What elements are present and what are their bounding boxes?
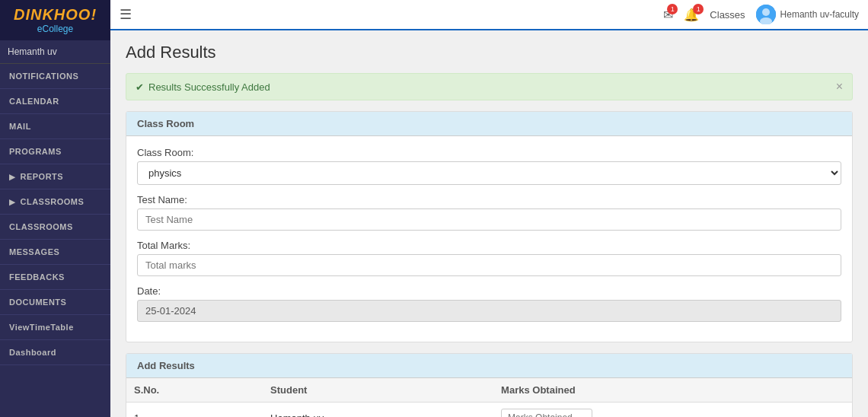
sidebar-item-messages[interactable]: MESSAGES bbox=[0, 240, 110, 265]
hamburger-icon[interactable]: ☰ bbox=[120, 6, 132, 23]
classroom-select[interactable]: physicsmathscience bbox=[137, 161, 841, 185]
mail-badge: 1 bbox=[667, 4, 678, 14]
date-input[interactable] bbox=[137, 300, 841, 322]
date-label: Date: bbox=[137, 285, 841, 297]
results-card-header: Add Results bbox=[126, 354, 852, 378]
col-sno: S.No. bbox=[126, 378, 263, 403]
results-table-wrap: S.No. Student Marks Obtained 1Hemanth uv bbox=[126, 378, 852, 417]
sidebar-user: Hemanth uv bbox=[0, 40, 110, 64]
sidebar-item-label: CLASSROOMS bbox=[21, 197, 85, 206]
svg-point-1 bbox=[762, 8, 770, 16]
classroom-card-body: Class Room: physicsmathscience Test Name… bbox=[126, 136, 852, 342]
alert-message-area: ✔ Results Successfully Added bbox=[136, 81, 270, 93]
notification-icon-wrap[interactable]: 🔔 1 bbox=[684, 8, 699, 22]
table-row: 1Hemanth uv bbox=[126, 403, 852, 418]
logo-recollege: eCollege bbox=[37, 24, 73, 34]
table-header-row: S.No. Student Marks Obtained bbox=[126, 378, 852, 403]
topbar: ☰ ✉ 1 🔔 1 Classes Hemanth uv- bbox=[110, 0, 868, 30]
classroom-field-group: Class Room: physicsmathscience bbox=[137, 147, 841, 185]
sidebar-item-label: MESSAGES bbox=[9, 247, 59, 256]
total-marks-group: Total Marks: bbox=[137, 240, 841, 276]
classroom-label: Class Room: bbox=[137, 147, 841, 158]
sidebar-item-classrooms[interactable]: CLASSROOMS bbox=[0, 215, 110, 240]
cell-student: Hemanth uv bbox=[263, 403, 493, 418]
sidebar-item-label: CLASSROOMS bbox=[9, 222, 73, 231]
arrow-icon: ▶ bbox=[9, 198, 16, 206]
sidebar-item-programs[interactable]: PROGRAMS bbox=[0, 139, 110, 164]
mail-icon-wrap[interactable]: ✉ 1 bbox=[663, 8, 673, 22]
sidebar-item-label: ViewTimeTable bbox=[9, 323, 74, 332]
sidebar-item-label: DOCUMENTS bbox=[9, 298, 66, 307]
user-menu[interactable]: Hemanth uv-faculty bbox=[756, 5, 859, 24]
content-area: Add Results ✔ Results Successfully Added… bbox=[110, 30, 868, 417]
arrow-icon: ▶ bbox=[9, 173, 16, 181]
cell-marks bbox=[493, 403, 852, 418]
notification-badge: 1 bbox=[693, 4, 704, 14]
sidebar-item-documents[interactable]: DOCUMENTS bbox=[0, 290, 110, 315]
test-name-group: Test Name: bbox=[137, 194, 841, 231]
sidebar-item-reports[interactable]: ▶REPORTS bbox=[0, 164, 110, 189]
sidebar-item-viewtimetable[interactable]: ViewTimeTable bbox=[0, 315, 110, 340]
topbar-left: ☰ bbox=[120, 6, 132, 23]
test-name-input[interactable] bbox=[137, 208, 841, 231]
date-group: Date: bbox=[137, 285, 841, 322]
results-card: Add Results S.No. Student Marks Obtained… bbox=[126, 353, 853, 417]
col-student: Student bbox=[263, 378, 493, 403]
alert-message: Results Successfully Added bbox=[148, 81, 270, 93]
logo-area: DINKHOO! eCollege bbox=[0, 0, 110, 40]
classroom-card-header: Class Room bbox=[126, 112, 852, 136]
results-table: S.No. Student Marks Obtained 1Hemanth uv bbox=[126, 378, 852, 417]
sidebar-item-label: PROGRAMS bbox=[9, 147, 62, 156]
sidebar-item-label: CALENDAR bbox=[9, 97, 59, 106]
marks-obtained-input[interactable] bbox=[501, 409, 592, 417]
sidebar-item-classrooms-arrow[interactable]: ▶CLASSROOMS bbox=[0, 189, 110, 215]
sidebar: DINKHOO! eCollege Hemanth uv NOTIFICATIO… bbox=[0, 0, 110, 417]
sidebar-item-label: MAIL bbox=[9, 122, 31, 131]
col-marks: Marks Obtained bbox=[493, 378, 852, 403]
sidebar-item-mail[interactable]: MAIL bbox=[0, 114, 110, 139]
topbar-username: Hemanth uv-faculty bbox=[780, 9, 859, 20]
test-name-label: Test Name: bbox=[137, 194, 841, 205]
sidebar-item-label: Dashboard bbox=[9, 348, 56, 357]
sidebar-item-label: REPORTS bbox=[21, 172, 64, 181]
sidebar-item-dashboard[interactable]: Dashboard bbox=[0, 340, 110, 365]
avatar bbox=[756, 5, 776, 24]
sidebar-item-label: FEEDBACKS bbox=[9, 272, 65, 282]
total-marks-label: Total Marks: bbox=[137, 240, 841, 251]
success-icon: ✔ bbox=[136, 81, 144, 93]
sidebar-item-feedbacks[interactable]: FEEDBACKS bbox=[0, 265, 110, 290]
classroom-card: Class Room Class Room: physicsmathscienc… bbox=[126, 111, 853, 342]
alert-success: ✔ Results Successfully Added × bbox=[126, 73, 853, 100]
topbar-right: ✉ 1 🔔 1 Classes Hemanth uv-faculty bbox=[663, 5, 859, 24]
total-marks-input[interactable] bbox=[137, 254, 841, 276]
main-area: ☰ ✉ 1 🔔 1 Classes Hemanth uv- bbox=[110, 0, 868, 417]
sidebar-item-notifications[interactable]: NOTIFICATIONS bbox=[0, 64, 110, 89]
cell-sno: 1 bbox=[126, 403, 263, 418]
classes-link[interactable]: Classes bbox=[710, 9, 745, 21]
logo-dinkhoo: DINKHOO! bbox=[14, 6, 97, 24]
page-title: Add Results bbox=[126, 43, 853, 62]
sidebar-item-label: NOTIFICATIONS bbox=[9, 72, 78, 81]
sidebar-item-calendar[interactable]: CALENDAR bbox=[0, 89, 110, 114]
alert-close-button[interactable]: × bbox=[836, 80, 843, 94]
